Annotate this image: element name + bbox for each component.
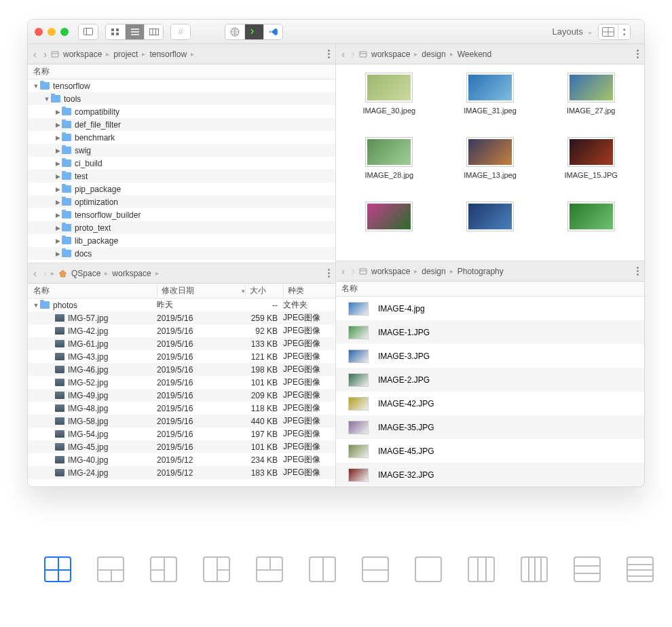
disclosure-triangle-icon[interactable]: ▶	[54, 109, 62, 115]
table-row[interactable]: IMG-24.jpg2019/5/12183 KBJPEG图像	[28, 466, 335, 479]
grid-item[interactable]	[542, 202, 640, 252]
table-row[interactable]: IMG-57.jpg2019/5/16259 KBJPEG图像	[28, 311, 335, 324]
crumb[interactable]: tensorflow	[149, 50, 187, 59]
column-kind-header[interactable]: 种类	[283, 285, 335, 297]
grid-item[interactable]: IMAGE_30.jpeg	[340, 73, 438, 132]
nav-forward-button[interactable]: ›	[352, 265, 355, 277]
disclosure-triangle-icon[interactable]: ▼	[32, 83, 40, 90]
layout-option-1[interactable]	[44, 556, 71, 582]
nav-back-button[interactable]: ‹	[341, 48, 345, 60]
nav-forward-button[interactable]: ›	[352, 48, 355, 60]
disclosure-triangle-icon[interactable]: ▶	[54, 173, 62, 180]
grid-item[interactable]: IMAGE_28.jpg	[340, 137, 438, 196]
column-name-header[interactable]: 名称	[28, 285, 157, 297]
crumb[interactable]: workspace	[371, 50, 410, 59]
app-vscode-button[interactable]	[263, 24, 282, 39]
table-row[interactable]: IMG-40.jpg2019/5/12234 KBJPEG图像	[28, 453, 335, 466]
tree-row[interactable]: ▶docs	[28, 247, 335, 260]
disclosure-triangle-icon[interactable]: ▶	[54, 199, 62, 206]
table-row[interactable]: ▼photos昨天--文件夹	[28, 299, 335, 311]
disclosure-triangle-icon[interactable]: ▶	[54, 238, 62, 244]
tree-row[interactable]: ▶benchmark	[28, 131, 335, 144]
layout-option-10[interactable]	[521, 556, 548, 582]
table-row[interactable]: IMG-45.jpg2019/5/16101 KBJPEG图像	[28, 440, 335, 453]
table-row[interactable]: IMG-52.jpg2019/5/16101 KBJPEG图像	[28, 376, 335, 389]
layout-option-2[interactable]	[97, 556, 124, 582]
more-menu-button[interactable]	[328, 50, 330, 58]
column-name-header[interactable]: 名称	[336, 283, 644, 294]
list-item[interactable]: IMAGE-35.JPG	[336, 415, 644, 439]
table-row[interactable]: IMG-46.jpg2019/5/16198 KBJPEG图像	[28, 363, 335, 376]
more-menu-button[interactable]	[637, 267, 639, 276]
tree-row[interactable]: ▶lib_package	[28, 234, 335, 247]
more-menu-button[interactable]	[328, 269, 330, 278]
grid-item[interactable]: IMAGE_31.jpeg	[441, 73, 540, 132]
disclosure-triangle-icon[interactable]: ▶	[54, 147, 62, 154]
layout-option-6[interactable]	[309, 556, 336, 582]
column-date-header[interactable]: 修改日期▾	[157, 285, 245, 297]
tree-row[interactable]: ▼tensorflow	[28, 79, 335, 92]
table-row[interactable]: IMG-58.jpg2019/5/16440 KBJPEG图像	[28, 415, 335, 428]
view-columns-button[interactable]	[144, 24, 163, 39]
table-row[interactable]: IMG-54.jpg2019/5/16197 KBJPEG图像	[28, 428, 335, 440]
disclosure-triangle-icon[interactable]: ▼	[32, 302, 40, 309]
layout-option-5[interactable]	[256, 556, 283, 582]
file-table[interactable]: ▼photos昨天--文件夹IMG-57.jpg2019/5/16259 KBJ…	[28, 299, 335, 487]
crumb[interactable]: workspace	[371, 267, 410, 276]
grid-item[interactable]: IMAGE_27.jpg	[542, 73, 640, 132]
minimize-window-button[interactable]	[48, 28, 56, 36]
close-window-button[interactable]	[35, 28, 43, 36]
table-row[interactable]: IMG-43.jpg2019/5/16121 KBJPEG图像	[28, 350, 335, 363]
crumb[interactable]: design	[422, 50, 445, 59]
layout-option-3[interactable]	[150, 556, 177, 582]
nav-forward-button[interactable]: ›	[43, 48, 47, 60]
crumb[interactable]: Weekend	[458, 50, 491, 59]
table-row[interactable]: IMG-42.jpg2019/5/1692 KBJPEG图像	[28, 324, 335, 337]
column-name-header[interactable]: 名称	[28, 66, 335, 77]
tree-row[interactable]: ▼tools	[28, 92, 335, 105]
layout-option-9[interactable]	[468, 556, 495, 582]
folder-tree[interactable]: ▼tensorflow▼tools▶compatibility▶def_file…	[28, 79, 335, 263]
app-globe-button[interactable]	[225, 24, 244, 39]
disclosure-triangle-icon[interactable]: ▶	[54, 212, 62, 218]
grid-item[interactable]: IMAGE_13.jpeg	[441, 137, 540, 196]
layout-option-7[interactable]	[362, 556, 389, 582]
list-item[interactable]: IMAGE-1.JPG	[336, 320, 644, 344]
list-item[interactable]: IMAGE-45.JPG	[336, 439, 644, 463]
view-list-button[interactable]	[125, 24, 144, 39]
tree-row[interactable]: ▶compatibility	[28, 105, 335, 118]
table-row[interactable]: IMG-49.jpg2019/5/16209 KBJPEG图像	[28, 389, 335, 402]
layout-option-12[interactable]	[627, 556, 654, 582]
crumb[interactable]: workspace	[112, 269, 151, 278]
grid-item[interactable]: IMAGE_15.JPG	[542, 137, 640, 196]
tree-row[interactable]: ▶proto_text	[28, 221, 335, 234]
nav-back-button[interactable]: ‹	[341, 265, 345, 277]
grid-item[interactable]	[441, 202, 540, 252]
tree-row[interactable]: ▶def_file_filter	[28, 118, 335, 131]
sidebar-toggle-button[interactable]	[79, 24, 98, 39]
list-item[interactable]: IMAGE-32.JPG	[336, 463, 644, 487]
table-row[interactable]: IMG-61.jpg2019/5/16133 KBJPEG图像	[28, 337, 335, 350]
list-item[interactable]: IMAGE-4.jpg	[336, 297, 644, 320]
app-terminal-button[interactable]	[244, 24, 263, 39]
tree-row[interactable]: ▶ci_build	[28, 157, 335, 170]
crumb[interactable]: design	[422, 267, 445, 276]
layout-option-11[interactable]	[574, 556, 601, 582]
column-size-header[interactable]: 大小	[245, 285, 283, 297]
crumb-home[interactable]: QSpace	[71, 269, 100, 278]
disclosure-triangle-icon[interactable]: ▶	[54, 225, 62, 231]
nav-forward-button[interactable]: ›	[43, 267, 47, 279]
disclosure-triangle-icon[interactable]: ▶	[54, 186, 62, 193]
tree-row[interactable]: ▶optimization	[28, 195, 335, 208]
disclosure-triangle-icon[interactable]: ▶	[54, 134, 62, 141]
thumb-list[interactable]: IMAGE-4.jpgIMAGE-1.JPGIMAGE-3.JPGIMAGE-2…	[336, 297, 644, 487]
list-item[interactable]: IMAGE-42.JPG	[336, 392, 644, 415]
layout-stepper-button[interactable]: ▴▾	[618, 24, 630, 39]
view-icons-button[interactable]	[106, 24, 125, 39]
list-item[interactable]: IMAGE-2.JPG	[336, 368, 644, 392]
layouts-dropdown[interactable]: Layouts ⌄	[552, 26, 593, 37]
disclosure-triangle-icon[interactable]: ▶	[54, 160, 62, 167]
table-row[interactable]: IMG-48.jpg2019/5/16118 KBJPEG图像	[28, 402, 335, 415]
tree-row[interactable]: ▶pip_package	[28, 183, 335, 195]
tree-row[interactable]: ▶test	[28, 170, 335, 183]
